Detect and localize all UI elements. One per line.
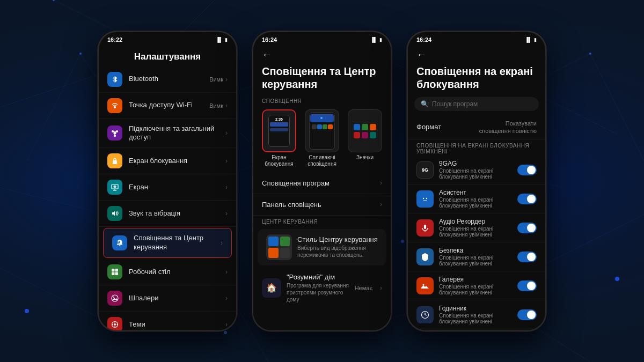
smart-home-arrow: ›: [380, 284, 382, 292]
menu-item-notifications-panel[interactable]: Панель сповіщень ›: [253, 194, 391, 216]
svg-point-48: [224, 331, 227, 334]
toggle-assistant[interactable]: [517, 194, 537, 204]
svg-point-63: [114, 186, 116, 188]
app-item-assistant[interactable]: Асистент Сповіщення на екрані блокування…: [408, 184, 545, 213]
battery-icon-2: ▮: [379, 37, 382, 42]
notch-3: [462, 38, 494, 42]
smart-home-title: "Розумний" дім: [287, 273, 349, 281]
toggle-9gag[interactable]: [517, 165, 537, 175]
notifications-arrow: ›: [221, 239, 223, 247]
settings-item-bluetooth[interactable]: Bluetooth Вимк ›: [99, 67, 236, 93]
app-icon-clock: [416, 306, 434, 323]
mini-time: 2:36: [275, 117, 283, 121]
notifications-panel-label: Панель сповіщень: [262, 201, 380, 209]
app-icon-assistant: [416, 190, 434, 208]
badge-icon-6: [370, 132, 376, 138]
status-bar-3: 16:24 ▐▌ ▮: [408, 32, 545, 45]
smart-home-item[interactable]: 🏠 "Розумний" дім Програма для керування …: [253, 268, 391, 308]
toggle-audio[interactable]: [517, 223, 537, 233]
settings-item-connections[interactable]: Підключення та загальний доступ ›: [99, 119, 236, 149]
svg-point-71: [112, 295, 118, 301]
notch-2: [308, 38, 340, 42]
floating-notif-preview: [310, 114, 334, 122]
status-icons-1: ▐▌ ▮: [216, 37, 228, 42]
page-header-3: ←: [408, 45, 545, 63]
wifi-label: Точка доступу Wi-Fi: [129, 101, 209, 110]
time-1: 16:22: [107, 36, 122, 43]
app-icon-3: [323, 124, 327, 129]
back-button-2[interactable]: ←: [262, 49, 272, 61]
settings-item-lock[interactable]: Екран блокування ›: [99, 148, 236, 174]
toggle-clock[interactable]: [517, 309, 537, 320]
notif-center-title: Сповіщення та Центр керування: [253, 63, 391, 95]
app-item-9gag[interactable]: 9G 9GAG Сповіщення на екрані блокування …: [408, 156, 545, 184]
app-info-audio: Аудіо Рекордер Сповіщення на екрані блок…: [439, 218, 512, 238]
style-preview-floating: [305, 109, 339, 152]
settings-item-wallpaper[interactable]: Шпалери ›: [99, 285, 236, 312]
svg-point-85: [423, 197, 424, 198]
format-row[interactable]: Формат Показувати сповіщення повністю: [408, 115, 545, 140]
app-icon-security: [416, 248, 434, 265]
smart-home-desc: Програма для керування пристроями розумн…: [287, 282, 349, 303]
status-bar-2: 16:24 ▐▌ ▮: [253, 32, 391, 45]
section-label-control: ЦЕНТР КЕРУВАННЯ: [253, 216, 391, 227]
app-info-assistant: Асистент Сповіщення на екрані блокування…: [439, 189, 512, 209]
svg-point-78: [112, 324, 113, 325]
smart-home-text: "Розумний" дім Програма для керування пр…: [287, 273, 349, 303]
back-button-3[interactable]: ←: [416, 49, 426, 61]
style-badges[interactable]: Значки: [346, 109, 384, 167]
badge-icon-4: [354, 132, 360, 138]
svg-rect-67: [112, 269, 115, 272]
search-bar[interactable]: 🔍 Пошук програм: [414, 97, 539, 111]
app-item-gallery[interactable]: Галерея Сповіщення на екрані блокування …: [408, 271, 545, 300]
settings-item-sound[interactable]: Звук та вібрація ›: [99, 201, 236, 227]
app-status-9gag: Сповіщення на екрані блокування увімкнен…: [439, 168, 512, 180]
notif-screen: ← Сповіщення та Центр керування СПОВІЩЕН…: [253, 45, 391, 330]
svg-point-52: [114, 132, 116, 134]
wallpaper-arrow: ›: [225, 294, 228, 302]
notif-dot: [320, 117, 323, 119]
status-bar-1: 16:22 ▐▌ ▮: [99, 32, 236, 45]
display-label: Екран: [129, 183, 225, 192]
svg-point-76: [117, 324, 118, 325]
mini-notif-bar-2: [270, 128, 288, 131]
toggle-gallery[interactable]: [517, 280, 537, 291]
style-floating[interactable]: Спливаючі сповіщення: [303, 109, 341, 167]
app-icon-gallery: [416, 277, 434, 294]
settings-item-desktop[interactable]: Робочий стіл ›: [99, 259, 236, 285]
wifi-value: Вимк: [209, 102, 223, 109]
phones-container: 16:22 ▐▌ ▮ Налаштування: [98, 31, 546, 331]
phone-2-notifications: 16:24 ▐▌ ▮ ← Сповіщення та Центр керуван…: [252, 31, 392, 331]
svg-point-86: [426, 197, 427, 198]
app-icon-4: [328, 124, 333, 129]
app-item-clock[interactable]: Годинник Сповіщення на екрані блокування…: [408, 300, 545, 329]
control-center-style[interactable]: Стиль Центру керування Виберіть вид відо…: [258, 229, 386, 265]
bluetooth-label: Bluetooth: [129, 75, 209, 84]
badge-icon-2: [362, 124, 368, 130]
svg-rect-65: [118, 241, 119, 242]
app-name-clock: Годинник: [439, 305, 512, 312]
svg-rect-87: [424, 225, 426, 229]
cc-title: Стиль Центру керування: [297, 235, 378, 243]
notch-1: [153, 38, 185, 42]
settings-item-notifications[interactable]: Сповіщення та Центр керування ›: [103, 228, 232, 258]
settings-item-display[interactable]: Екран ›: [99, 174, 236, 201]
svg-point-51: [114, 106, 116, 108]
smart-home-icon: 🏠: [262, 278, 281, 298]
app-info-9gag: 9GAG Сповіщення на екрані блокування уві…: [439, 160, 512, 180]
style-lock-screen[interactable]: 2:36 Екран блокування: [260, 109, 298, 167]
menu-item-app-notifications[interactable]: Сповіщення програм ›: [253, 173, 391, 194]
lock-label: Екран блокування: [129, 157, 225, 166]
svg-line-93: [425, 315, 427, 315]
themes-arrow: ›: [225, 321, 228, 328]
signal-icon: ▐▌: [216, 37, 223, 42]
lockscreen-notif-title: Сповіщення на екрані блокування: [408, 63, 545, 95]
app-item-audio[interactable]: Аудіо Рекордер Сповіщення на екрані блок…: [408, 213, 545, 242]
app-item-security[interactable]: Безпека Сповіщення на екрані блокування …: [408, 242, 545, 271]
svg-point-46: [25, 309, 29, 313]
app-info-security: Безпека Сповіщення на екрані блокування …: [439, 247, 512, 267]
settings-item-themes[interactable]: Теми ›: [99, 312, 236, 330]
settings-item-wifi[interactable]: Точка доступу Wi-Fi Вимк ›: [99, 93, 236, 119]
toggle-security[interactable]: [517, 252, 537, 262]
app-name-audio: Аудіо Рекордер: [439, 218, 512, 225]
